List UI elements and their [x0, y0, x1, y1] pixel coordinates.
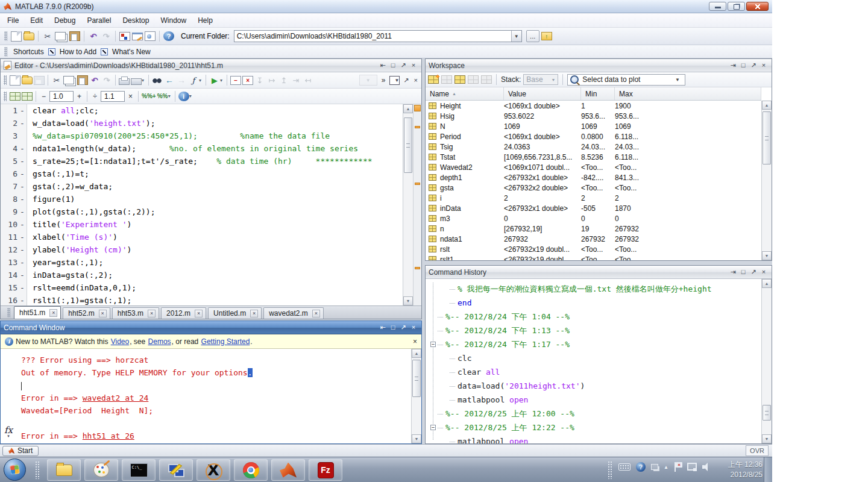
shortcut-what-s-new[interactable]: What's New	[112, 48, 151, 56]
set-clear-breakpoint-icon[interactable]: −	[230, 76, 241, 85]
code-text[interactable]: ylabel('Height (cm)')	[33, 243, 131, 256]
new-file-icon[interactable]	[11, 31, 22, 42]
workspace-close-icon[interactable]: ×	[759, 61, 769, 69]
column-header-min[interactable]: Min	[581, 87, 615, 100]
open-folder-icon[interactable]	[24, 33, 34, 40]
workspace-row-rslt1[interactable]: rslt1<267932x19 doubl...<Too...<Too...	[426, 254, 761, 260]
command-window-close-icon[interactable]: ×	[409, 324, 418, 331]
code-text[interactable]: gsta(:,2)=w_data;	[33, 180, 113, 193]
editor-undock-icon[interactable]: ↗	[398, 61, 408, 69]
exit-debug-icon[interactable]: ↤	[303, 75, 313, 86]
taskbar-button-chrome[interactable]	[234, 459, 268, 481]
workspace-row-period[interactable]: Period<1069x1 double>0.08006.118...	[426, 131, 761, 142]
cell-menu-dropdown-icon[interactable]: ▾	[168, 93, 171, 99]
go-back-icon[interactable]: ←	[164, 75, 175, 86]
history-item[interactable]: clear all	[426, 365, 761, 379]
command-history-titlebar[interactable]: Command History ⇥□↗×	[426, 266, 772, 279]
browse-folder-button[interactable]: ...	[526, 30, 539, 42]
menu-item-file[interactable]: File	[7, 16, 19, 25]
tab-close-icon[interactable]: ×	[49, 309, 57, 317]
redo-icon[interactable]: ↷	[101, 31, 112, 42]
history-item[interactable]: −%-- 2012/8/25 上午 12:22 --%	[426, 421, 761, 434]
workspace-titlebar[interactable]: Workspace ⇥□↗×	[426, 59, 772, 72]
run-icon[interactable]: ▶	[209, 75, 220, 86]
scroll-down-icon[interactable]: ▼	[412, 434, 421, 443]
command-window-scrollbar[interactable]: ▲ ▼	[411, 349, 421, 443]
delete-variable-icon[interactable]	[481, 75, 492, 84]
code-editor[interactable]: 1-clear all;clc;2-w_data=load('height.tx…	[1, 104, 421, 305]
menu-item-parallel[interactable]: Parallel	[87, 16, 111, 25]
layout-selector-icon[interactable]: ▼	[389, 76, 400, 85]
history-item[interactable]: matlabpool open	[426, 393, 761, 407]
editor-cell-toolbar-grip[interactable]	[4, 92, 7, 101]
code-text[interactable]: title('Experimtent ')	[33, 218, 131, 231]
scroll-up-icon[interactable]: ▲	[762, 279, 772, 288]
cell-value-field[interactable]: 1.0	[49, 91, 74, 102]
menu-item-desktop[interactable]: Desktop	[122, 16, 149, 25]
workspace-row-i[interactable]: i222	[426, 193, 761, 203]
workspace-row-wavedat2[interactable]: Wavedat2<1069x1071 doubl...<Too...<Too..…	[426, 162, 761, 172]
function-hints-button[interactable]: fx▾	[4, 427, 13, 439]
scroll-down-icon[interactable]: ▼	[762, 434, 772, 443]
insert-cell-icon[interactable]	[10, 92, 20, 101]
help-icon[interactable]: ?	[163, 31, 174, 41]
taskbar-button-matlab[interactable]	[271, 459, 305, 481]
workspace-row-hsig[interactable]: Hsig953.6022953.6...953.6...	[426, 111, 761, 121]
scrollbar-thumb[interactable]	[763, 405, 771, 421]
workspace-dock-icon[interactable]: ⇥	[728, 61, 738, 69]
code-text[interactable]: inData=gsta(:,2);	[33, 269, 113, 281]
info-icon[interactable]: i	[178, 92, 189, 101]
column-header-value[interactable]: Value	[504, 87, 581, 100]
command-history-undock-icon[interactable]: ↗	[749, 268, 758, 276]
command-history-dock-icon[interactable]: ⇥	[728, 268, 738, 276]
workspace-row-ndata1[interactable]: ndata1267932267932267932	[426, 234, 761, 244]
undock-icon[interactable]: ↗	[402, 77, 410, 84]
tab-close-icon[interactable]: ×	[250, 310, 258, 318]
workspace-row-n[interactable]: N106910691069	[426, 121, 761, 131]
toolbar-overflow-icon[interactable]: »	[380, 76, 388, 84]
scrollbar-thumb[interactable]	[763, 111, 771, 164]
history-item[interactable]: −%-- 2012/8/24 下午 1:17 --%	[426, 337, 761, 351]
step-in-icon[interactable]: ↦	[266, 75, 277, 86]
redo-icon[interactable]: ↷	[101, 75, 112, 86]
menu-item-edit[interactable]: Edit	[30, 16, 43, 25]
new-variable-icon[interactable]	[428, 75, 439, 84]
windows-start-button[interactable]	[4, 459, 26, 481]
history-item[interactable]: %-- 2012/8/25 上午 12:00 --%	[426, 407, 761, 421]
code-text[interactable]: ndata1=length(w_data); %no. of elements …	[33, 142, 358, 155]
command-window-dock-icon[interactable]: ⇤	[378, 324, 388, 331]
window-switcher-icon[interactable]	[651, 464, 658, 470]
code-text[interactable]: year=gsta(:,1);	[33, 256, 103, 269]
info-dropdown-icon[interactable]: ▾	[189, 93, 192, 99]
print-icon[interactable]	[119, 78, 130, 85]
new-script-icon[interactable]	[10, 75, 20, 86]
step-out-icon[interactable]: ↥	[278, 75, 289, 86]
cut-icon[interactable]: ✂	[42, 31, 53, 42]
function-hints-dropdown-icon[interactable]: ▾	[199, 78, 201, 83]
simulink-icon[interactable]	[119, 32, 130, 41]
undo-icon[interactable]: ↶	[88, 31, 99, 42]
workspace-scrollbar[interactable]: ▲ ▼	[761, 101, 772, 260]
command-window-titlebar[interactable]: Command Window ⇤□↗×	[1, 321, 421, 334]
close-button[interactable]	[746, 2, 769, 11]
scrollbar-thumb[interactable]	[404, 117, 412, 173]
editor-titlebar[interactable]: Editor - C:\Users\adimin\Downloads\KHBti…	[1, 59, 421, 72]
workspace-row-tsig[interactable]: Tsig24.036324.03...24.03...	[426, 142, 761, 152]
scroll-down-icon[interactable]: ▼	[762, 251, 772, 260]
warning-marker[interactable]	[415, 126, 420, 128]
undo-icon[interactable]: ↶	[89, 75, 100, 86]
taskbar-button-xming[interactable]: X	[197, 459, 230, 481]
command-window-content[interactable]: ??? Error using ==> horzcatOut of memory…	[1, 349, 411, 443]
run-to-cursor-icon[interactable]: ⇥	[291, 75, 301, 86]
open-file-icon[interactable]	[22, 77, 33, 84]
current-folder-dropdown-icon[interactable]: ▼	[511, 31, 521, 42]
menu-item-help[interactable]: Help	[198, 16, 213, 25]
editor-tab-hht53-m[interactable]: hht53.m×	[112, 307, 159, 319]
workspace-row-depth1[interactable]: depth1<267932x1 double>-842....841.3...	[426, 172, 761, 183]
scroll-up-icon[interactable]: ▲	[403, 104, 413, 113]
menu-item-window[interactable]: Window	[160, 16, 186, 25]
editor-tab-hht51-m[interactable]: hht51.m×	[14, 306, 61, 319]
workspace-row-m3[interactable]: m3000	[426, 213, 761, 224]
banner-link-getting-started[interactable]: Getting Started	[201, 337, 250, 346]
command-history-close-icon[interactable]: ×	[759, 268, 769, 276]
